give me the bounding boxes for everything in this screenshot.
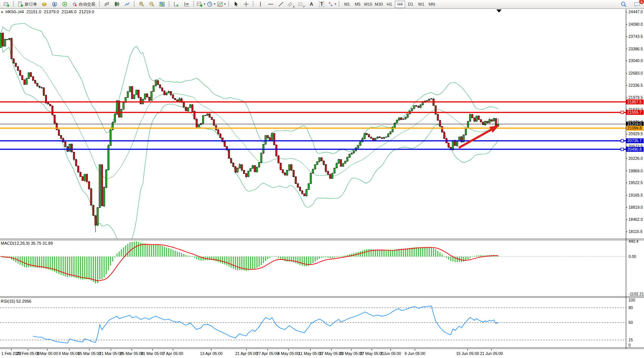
svg-text:15: 15 <box>628 338 633 342</box>
svg-text:4 May 05:00: 4 May 05:00 <box>278 351 299 356</box>
new-order-label: 新订单 <box>25 2 37 7</box>
line-chart-button[interactable] <box>122 0 132 8</box>
chevron-down-icon: ▾ <box>224 3 226 6</box>
svg-text:0: 0 <box>628 343 631 347</box>
indicators-button[interactable]: ▾ <box>196 0 206 8</box>
timeframe-m1[interactable]: M1 <box>342 1 352 8</box>
toolbar-grip[interactable] <box>168 1 170 7</box>
toolbar-grip[interactable] <box>228 1 229 7</box>
svg-text:2 Jun 05:00: 2 Jun 05:00 <box>380 351 401 356</box>
timeframe-w1[interactable]: W1 <box>416 1 426 8</box>
search-button[interactable] <box>619 0 629 8</box>
svg-text:31 Mar 05:00: 31 Mar 05:00 <box>141 351 164 356</box>
svg-text:19522.5: 19522.5 <box>628 180 643 185</box>
timeframe-mn[interactable]: MN <box>427 1 437 8</box>
svg-text:23040.0: 23040.0 <box>628 58 643 63</box>
svg-text:23743.5: 23743.5 <box>628 34 643 39</box>
new-chart-button[interactable] <box>1 0 11 8</box>
svg-text:-1102.21: -1102.21 <box>628 292 644 296</box>
svg-text:19165.5: 19165.5 <box>628 193 643 197</box>
ohlc-open: 21151.0 <box>27 9 41 14</box>
toolbar-grip[interactable] <box>134 1 135 7</box>
timeframe-m30[interactable]: M30 <box>374 1 384 8</box>
macd-label: MACD(12,26,9) 35.75 31.89 <box>1 241 53 245</box>
toolbar-grip[interactable] <box>99 1 100 7</box>
svg-text:9 Jun 05:00: 9 Jun 05:00 <box>405 351 426 356</box>
metaeditor-button[interactable] <box>39 0 49 8</box>
periods-button[interactable]: ▾ <box>206 0 216 8</box>
collapse-ohlc-arrow[interactable]: ▾ <box>1 10 3 14</box>
svg-text:20226.0: 20226.0 <box>628 156 643 161</box>
label-tool-icon: T <box>319 1 324 7</box>
timeframe-m15[interactable]: M15 <box>363 1 373 8</box>
horizontal-line-button[interactable] <box>265 0 276 8</box>
svg-text:25 Mar 05:00: 25 Mar 05:00 <box>120 351 143 356</box>
svg-text:21099.8: 21099.8 <box>627 126 642 130</box>
arrows-tool-button[interactable]: ▾ <box>327 0 337 8</box>
timeframe-d1[interactable]: D1 <box>405 1 416 8</box>
svg-text:22336.5: 22336.5 <box>628 83 643 88</box>
timeframe-h1[interactable]: H1 <box>384 1 395 8</box>
autotrading-label: 自动交易 <box>79 2 95 7</box>
vertical-line-button[interactable] <box>255 0 265 8</box>
text-tool-button[interactable]: A <box>306 0 317 8</box>
toolbar-grip[interactable] <box>253 1 254 7</box>
chevron-down-icon: ▾ <box>335 3 336 6</box>
templates-button[interactable]: ▾ <box>216 0 226 8</box>
autotrading-button[interactable]: 自动交易 <box>70 0 97 8</box>
market-watch-button[interactable] <box>59 0 70 8</box>
toolbar-grip[interactable] <box>338 1 340 7</box>
timeframe-m5[interactable]: M5 <box>352 1 363 8</box>
svg-text:13 Apr 05:00: 13 Apr 05:00 <box>200 351 223 356</box>
svg-text:7 Apr 05:00: 7 Apr 05:00 <box>163 351 183 356</box>
monitor-user-icon <box>51 1 58 7</box>
bar-chart-button[interactable] <box>101 0 112 8</box>
new-order-icon <box>17 1 23 7</box>
svg-text:19869.0: 19869.0 <box>628 169 643 173</box>
equidistant-channel-button[interactable]: E <box>286 0 296 8</box>
chevron-down-icon: ▾ <box>214 3 215 6</box>
svg-text:18462.0: 18462.0 <box>628 217 643 222</box>
fibonacci-button[interactable]: F <box>296 0 306 8</box>
channel-e-mark: E <box>293 5 295 8</box>
chart-shift-button[interactable] <box>181 0 192 8</box>
auto-scroll-button[interactable] <box>171 0 181 8</box>
svg-text:21857.5: 21857.5 <box>627 100 642 104</box>
svg-text:24447.0: 24447.0 <box>628 9 643 14</box>
autotrading-icon <box>72 1 78 7</box>
svg-text:25 Feb 05:00: 25 Feb 05:00 <box>16 351 40 356</box>
svg-text:21555.7: 21555.7 <box>627 110 642 114</box>
svg-text:20490.8: 20490.8 <box>627 147 642 152</box>
ohlc-close: 21219.0 <box>79 9 94 14</box>
cursor-button[interactable] <box>231 0 241 8</box>
label-tool-button[interactable]: T <box>317 0 327 8</box>
notifications-button[interactable]: 1 <box>632 0 642 8</box>
toolbar-grip[interactable] <box>13 1 14 7</box>
new-order-button[interactable]: 新订单 <box>16 0 39 8</box>
svg-text:80: 80 <box>628 305 633 310</box>
svg-text:0.00: 0.00 <box>628 254 636 259</box>
svg-text:440.4: 440.4 <box>628 239 638 244</box>
svg-text:20929.5: 20929.5 <box>628 131 643 136</box>
candlestick-button[interactable] <box>112 0 122 8</box>
ohlc-high: 21379.0 <box>44 9 59 14</box>
zoom-in-button[interactable] <box>136 0 147 8</box>
svg-text:21 Jun 05:00: 21 Jun 05:00 <box>480 351 503 356</box>
broadcast-icon <box>62 1 68 7</box>
timeframe-h4[interactable]: H4 <box>395 1 405 8</box>
svg-text:21979.5: 21979.5 <box>628 95 643 100</box>
svg-text:18115.5: 18115.5 <box>628 229 642 234</box>
trendline-button[interactable] <box>276 0 286 8</box>
ohlc-low: 21146.0 <box>62 9 76 14</box>
chevron-down-icon: ▾ <box>204 3 205 6</box>
toolbar-grip[interactable] <box>193 1 194 7</box>
crosshair-button[interactable] <box>241 0 251 8</box>
navigator-button[interactable] <box>49 0 59 8</box>
svg-text:15 Mar 05:00: 15 Mar 05:00 <box>78 351 101 356</box>
tile-windows-button[interactable] <box>157 0 167 8</box>
svg-text:22683.0: 22683.0 <box>628 71 643 75</box>
svg-text:50: 50 <box>628 320 633 325</box>
zoom-out-button[interactable] <box>147 0 157 8</box>
chart-canvas[interactable]: 24447.024090.023743.523386.523040.022683… <box>0 0 644 358</box>
rsi-label: RSI(15) 52.2956 <box>1 299 31 303</box>
